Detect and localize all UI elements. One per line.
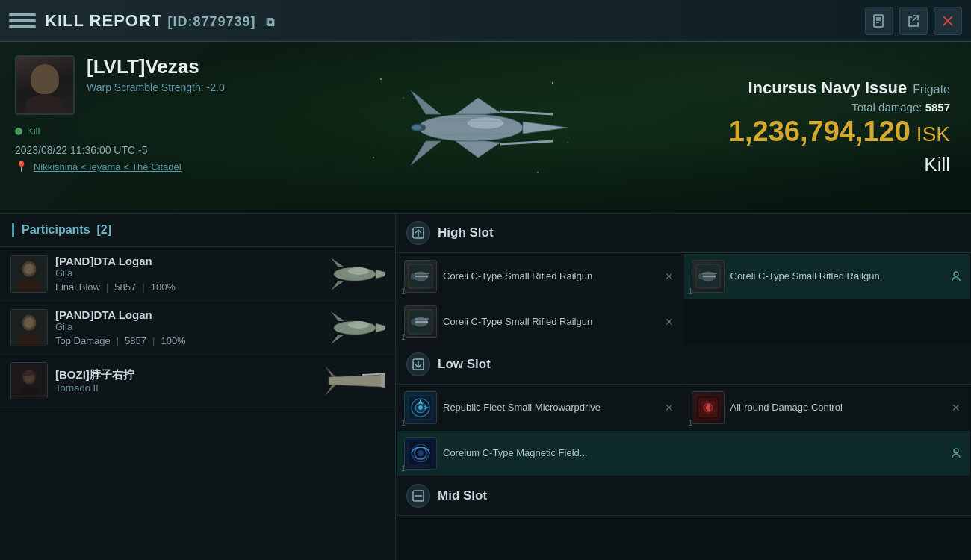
participant-avatar [10, 309, 48, 346]
slot-item-highlighted[interactable]: 1 Corelum C-Type Magnetic Field... [397, 431, 970, 476]
page-title: KILL REPORT [ID:8779739] ⧉ [45, 11, 865, 31]
svg-marker-53 [325, 385, 336, 396]
svg-marker-11 [456, 141, 500, 158]
svg-point-14 [412, 125, 421, 130]
svg-rect-49 [21, 372, 37, 376]
title-bar: KILL REPORT [ID:8779739] ⧉ [0, 0, 971, 42]
avatar-face [16, 57, 73, 113]
participant-item[interactable]: [BOZI]脖子右拧 Tornado II [0, 355, 395, 408]
svg-point-72 [411, 319, 415, 325]
svg-line-54 [362, 373, 385, 375]
participants-title: Participants [2] [22, 223, 111, 237]
hero-pilot-info: [LVLT]Vezas Warp Scramble Strength: -2.0 [15, 55, 239, 115]
section-accent [12, 223, 14, 237]
avatar [15, 55, 75, 115]
location-pin-icon: 📍 [15, 161, 28, 172]
participant-ship-image [325, 309, 385, 346]
slots-panel: High Slot 1 Coreli C-Type Small Rifled R… [396, 214, 971, 560]
svg-point-78 [418, 405, 423, 410]
slot-item[interactable]: 1 Coreli C-Type Small Rifled Railgun ✕ [397, 299, 683, 344]
item-icon-mwd [404, 391, 437, 424]
svg-marker-42 [331, 311, 344, 321]
fitted-by-icon [949, 447, 963, 460]
slot-item[interactable]: 1 Coreli C-Type Small Rifled Railgun ✕ [397, 254, 683, 299]
participant-info: [PAND]DTA Logan Gila Top Damage | 5857 |… [55, 308, 317, 346]
slot-item-highlighted[interactable]: 1 Coreli C-Type Small Rifled Railgun [684, 254, 971, 299]
ship-name: Incursus Navy Issue [748, 78, 907, 98]
export-button[interactable] [899, 7, 928, 35]
copy-id-icon[interactable]: ⧉ [266, 16, 275, 28]
participant-item[interactable]: [PAND]DTA Logan Gila Top Damage | 5857 |… [0, 301, 395, 355]
remove-item-button[interactable]: ✕ [663, 270, 676, 283]
kill-timestamp: 2023/08/22 11:36:00 UTC -5 📍 Nikkishina … [15, 144, 239, 172]
high-slot-icon [406, 221, 430, 245]
svg-point-44 [348, 321, 369, 329]
remove-item-button[interactable]: ✕ [663, 401, 676, 414]
svg-point-67 [954, 272, 958, 276]
svg-point-66 [698, 273, 703, 279]
ship-class-line: Incursus Navy Issue Frigate [748, 78, 950, 98]
svg-point-61 [411, 273, 415, 279]
low-slot-icon [406, 352, 430, 376]
mid-slot-header: Mid Slot [396, 476, 971, 516]
svg-point-23 [373, 157, 374, 158]
total-damage-line: Total damage: 5857 [851, 101, 950, 113]
item-icon-damage-control [692, 391, 725, 424]
pilot-details: [LVLT]Vezas Warp Scramble Strength: -2.0 [87, 55, 239, 93]
ship-type: Frigate [913, 83, 950, 96]
participant-avatar [10, 362, 48, 399]
svg-marker-41 [376, 323, 385, 332]
svg-rect-0 [874, 15, 883, 27]
svg-marker-43 [331, 335, 344, 344]
svg-point-47 [19, 387, 40, 399]
item-icon-railgun [404, 260, 437, 293]
svg-marker-52 [325, 366, 336, 377]
low-slot-title: Low Slot [438, 357, 491, 372]
svg-point-39 [25, 317, 34, 327]
svg-point-29 [25, 264, 34, 273]
remove-item-button[interactable]: ✕ [949, 401, 963, 414]
svg-point-21 [552, 81, 553, 83]
kill-badge: Kill [15, 125, 239, 137]
participant-info: [BOZI]脖子右拧 Tornado II [55, 368, 317, 393]
kill-dot [15, 128, 22, 135]
kill-label: Kill [27, 125, 40, 137]
hero-right: Incursus Navy Issue Frigate Total damage… [687, 42, 971, 213]
ship-svg [366, 60, 575, 195]
svg-marker-10 [456, 98, 500, 114]
report-button[interactable] [865, 7, 893, 35]
svg-marker-50 [329, 375, 385, 387]
mid-slot-title: Mid Slot [438, 488, 487, 503]
menu-button[interactable] [9, 7, 36, 34]
slot-item[interactable]: 1 All-round Damage Control ✕ [684, 385, 971, 430]
hero-left: [LVLT]Vezas Warp Scramble Strength: -2.0… [0, 42, 254, 213]
svg-line-15 [500, 111, 553, 114]
slot-item[interactable]: 1 Republic Fleet Small Microwarpdrive ✕ [397, 385, 683, 430]
svg-marker-9 [411, 141, 441, 165]
svg-point-20 [403, 97, 404, 99]
svg-line-16 [500, 141, 553, 144]
svg-marker-33 [331, 281, 344, 290]
svg-marker-8 [411, 90, 441, 114]
participant-stats: Final Blow | 5857 | 100% [55, 281, 317, 293]
kill-location: 📍 Nikkishina < Ieyama < The Citadel [15, 161, 239, 172]
svg-point-19 [380, 78, 382, 80]
fitted-by-icon [949, 270, 963, 283]
low-slot-header: Low Slot [396, 345, 971, 385]
participant-info: [PAND]DTA Logan Gila Final Blow | 5857 |… [55, 255, 317, 293]
item-icon-railgun [692, 260, 725, 293]
svg-marker-32 [331, 258, 344, 267]
participant-item[interactable]: [PAND]DTA Logan Gila Final Blow | 5857 |… [0, 247, 395, 301]
item-icon-railgun [404, 305, 437, 338]
remove-item-button[interactable]: ✕ [663, 315, 676, 329]
low-slot-grid: 1 Republic Fleet Small Microwarpdrive ✕ [396, 385, 971, 476]
high-slot-grid: 1 Coreli C-Type Small Rifled Railgun ✕ 1 [396, 253, 971, 345]
close-button[interactable] [934, 7, 962, 35]
high-slot-title: High Slot [438, 225, 494, 240]
main-content: Participants [2] [PAND]DTA Logan Gila F [0, 214, 971, 560]
warp-scramble-stat: Warp Scramble Strength: -2.0 [87, 81, 239, 93]
svg-rect-84 [707, 404, 710, 411]
svg-point-88 [418, 450, 424, 456]
participant-avatar [10, 255, 48, 293]
isk-value-display: 1,236,794,120 ISK [729, 116, 950, 148]
